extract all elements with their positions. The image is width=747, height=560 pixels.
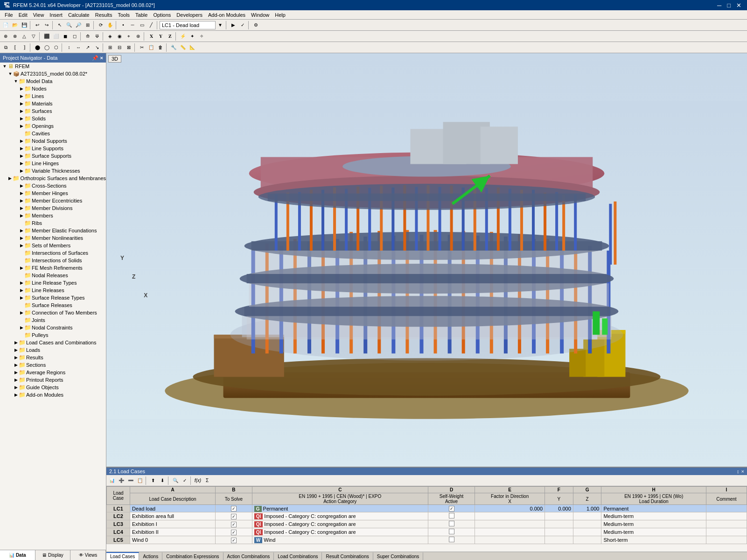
tree-item-surfreleases[interactable]: ▶ 📁 Surface Releases [0,301,106,309]
toolbar-zoom-in[interactable]: 🔍 [64,21,74,30]
tab-actions[interactable]: Actions [139,552,162,560]
dropdown-arrow[interactable]: ▼ [216,21,225,30]
toolbar3-btn14[interactable]: ✂ [137,43,147,52]
bottom-panel-close[interactable]: × [741,469,744,474]
expand-memberdivisions[interactable]: ▶ [19,205,24,211]
toolbar2-btn15[interactable]: 𝐗 [147,32,156,41]
toolbar2-btn18[interactable]: ⚡ [178,32,188,41]
toolbar3-btn9[interactable]: ↗ [83,43,92,52]
toolbar2-btn5[interactable]: ⬛ [42,32,51,41]
toolbar3-btn13[interactable]: ⊠ [124,43,133,52]
expand-linereleases[interactable]: ▶ [19,287,24,293]
tab-actioncombinations[interactable]: Action Combinations [223,552,274,560]
toolbar3-btn12[interactable]: ⊟ [115,43,124,52]
expand-addonmodules[interactable]: ▶ [13,392,19,398]
tree-item-averageregions[interactable]: ▶ 📁 Average Regions [0,369,106,376]
toolbar2-btn8[interactable]: ◻ [70,32,79,41]
tree-item-loads[interactable]: ▶ 📁 Loads [0,346,106,354]
expand-model[interactable]: ▼ [7,71,13,77]
lc1-solve[interactable] [216,505,252,512]
bt-btn6[interactable]: ⬇ [158,476,167,485]
tree-item-members[interactable]: ▶ 📁 Members [0,212,106,219]
toolbar3-btn10[interactable]: ↘ [92,43,102,52]
toolbar-surface[interactable]: ▭ [137,21,147,30]
tree-item-sections[interactable]: ▶ 📁 Sections [0,361,106,369]
tree-item-results[interactable]: ▶ 📁 Results [0,354,106,361]
lc3-swactive-check[interactable] [449,521,454,526]
tree-item-connectiontwomembers[interactable]: ▶ 📁 Connection of Two Members [0,309,106,316]
toolbar3-btn17[interactable]: 🔧 [169,43,178,52]
tree-item-linehinges[interactable]: ▶ 📁 Line Hinges [0,160,106,167]
tree-item-surfacesupports[interactable]: ▶ 📁 Surface Supports [0,152,106,160]
lc5-solve[interactable] [216,536,252,544]
toolbar2-btn12[interactable]: ◉ [115,32,124,41]
toolbar3-btn7[interactable]: ↕ [64,43,74,52]
expand-linereleasetypes[interactable]: ▶ [19,280,24,286]
menu-view[interactable]: View [30,11,47,19]
lc4-solve-check[interactable] [231,530,237,535]
lc3-solve-check[interactable] [231,522,237,527]
tree-item-membernonlin[interactable]: ▶ 📁 Member Nonlinearities [0,234,106,242]
toolbar3-btn15[interactable]: 📋 [147,43,156,52]
lc5-solve-check[interactable] [231,538,237,543]
tree-item-setsmembers[interactable]: ▶ 📁 Sets of Members [0,242,106,249]
expand-connectiontwomembers[interactable]: ▶ [19,310,24,315]
bt-btn8[interactable]: ✓ [180,476,189,485]
bottom-panel-restore[interactable]: ↕ [737,469,740,474]
menu-options[interactable]: Options [150,11,174,19]
menu-window[interactable]: Window [248,11,272,19]
toolbar3-btn6[interactable]: ⬡ [51,43,61,52]
menu-file[interactable]: File [2,11,16,19]
maximize-button[interactable]: □ [725,2,733,9]
toolbar-new[interactable]: 📄 [1,21,10,30]
toolbar2-btn4[interactable]: ▽ [29,32,38,41]
bt-btn4[interactable]: 📋 [135,476,145,485]
tree-item-nodes[interactable]: ▶ 📁 Nodes [0,85,106,92]
toolbar-check[interactable]: ✓ [238,21,247,30]
tree-item-intersectsurf[interactable]: ▶ 📁 Intersections of Surfaces [0,249,106,257]
toolbar2-btn9[interactable]: ⟰ [83,32,92,41]
toolbar2-btn13[interactable]: ⌖ [124,32,133,41]
toolbar-save[interactable]: 💾 [20,21,29,30]
expand-rfem[interactable]: ▼ [2,63,7,69]
menu-table[interactable]: Table [133,11,150,19]
toolbar2-btn2[interactable]: ⊗ [10,32,20,41]
lc5-swactive-check[interactable] [449,537,454,542]
tree-item-memberelastic[interactable]: ▶ 📁 Member Elastic Foundations [0,227,106,234]
tree-item-intersectsolid[interactable]: ▶ 📁 Intersections of Solids [0,257,106,264]
expand-results[interactable]: ▶ [13,355,19,360]
lc3-solve[interactable] [216,520,252,528]
tree-item-model[interactable]: ▼ 📦 A2T231015_model 00.08.02* [0,70,106,77]
toolbar3-btn4[interactable]: ⬤ [33,43,42,52]
expand-variablethick[interactable]: ▶ [19,168,24,174]
menu-results[interactable]: Results [92,11,115,19]
expand-membernonlin[interactable]: ▶ [19,235,24,241]
tab-supercombinations[interactable]: Super Combinations [373,552,424,560]
tab-resultcombinations[interactable]: Result Combinations [322,552,373,560]
bt-btn1[interactable]: 📊 [107,476,117,485]
minimize-button[interactable]: ─ [715,2,723,9]
toolbar2-btn10[interactable]: ⟱ [92,32,102,41]
tree-item-loadcasescombinations[interactable]: ▶ 📁 Load Cases and Combinations [0,339,106,346]
tree-item-cavities[interactable]: ▶ 📁 Cavities [0,130,106,137]
toolbar-open[interactable]: 📂 [10,21,20,30]
tab-loadcombinations[interactable]: Load Combinations [274,552,322,560]
expand-setsmembers[interactable]: ▶ [19,243,24,248]
nav-tab-display[interactable]: 🖥 Display [35,550,71,560]
toolbar-pan[interactable]: ✋ [105,21,115,30]
lc1-swactive[interactable] [428,505,475,512]
tree-item-linereleasetypes[interactable]: ▶ 📁 Line Release Types [0,279,106,287]
lc4-swactive[interactable] [428,528,475,536]
toolbar-run[interactable]: ▶ [229,21,238,30]
menu-insert[interactable]: Insert [47,11,65,19]
lc4-solve[interactable] [216,528,252,536]
toolbar2-btn3[interactable]: △ [20,32,29,41]
close-button[interactable]: ✕ [734,2,743,9]
expand-nodes[interactable]: ▶ [19,86,24,91]
toolbar-zoom-out[interactable]: 🔎 [74,21,83,30]
toolbar3-btn11[interactable]: ⊞ [105,43,115,52]
expand-femeshrefinements[interactable]: ▶ [19,265,24,271]
toolbar2-btn14[interactable]: ⊛ [133,32,143,41]
lc2-solve-check[interactable] [231,514,237,519]
tree-item-nodalsupports[interactable]: ▶ 📁 Nodal Supports [0,137,106,145]
